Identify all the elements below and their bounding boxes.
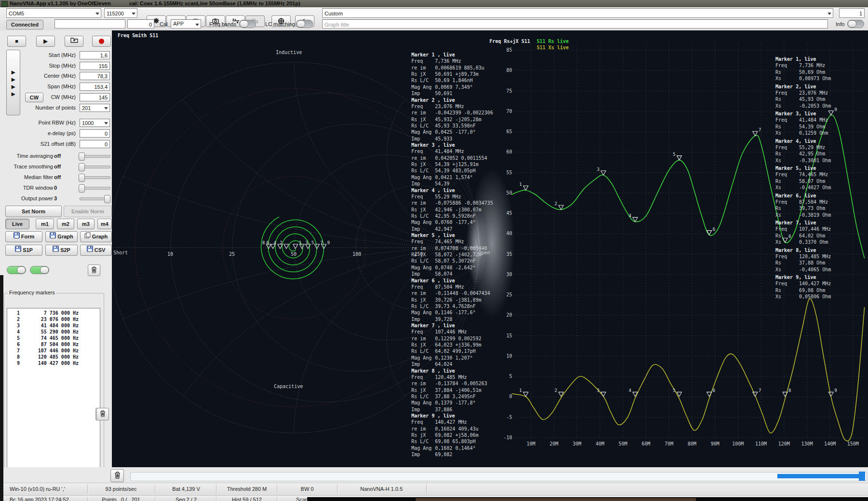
preset-select[interactable]: Custom (322, 8, 833, 18)
svg-text:5: 5 (312, 240, 314, 245)
enable-norm-button[interactable]: Enable Norm (64, 206, 112, 217)
offset-field[interactable]: 0 (127, 19, 154, 28)
frequency-marker-row[interactable]: 223 076 000 Hz (7, 316, 100, 322)
field-point-rbw-hz-[interactable]: 1000 (80, 119, 110, 127)
marker-info-value: 23,076 MHz (435, 103, 464, 110)
frequency-marker-row[interactable]: 8120 485 000 Hz (7, 354, 100, 360)
marker-info-row: Freq7,736 MHz (411, 58, 505, 64)
marker-info-row: Rs L/C64,02 499,17pH (411, 348, 505, 354)
info-toggle[interactable] (847, 20, 864, 28)
marker-info-value: 0,16024 409,43u (435, 426, 478, 432)
marker-info-value: 37,884 -j406,51m (435, 387, 481, 393)
marker-info-row: Imp42,947 (411, 226, 505, 232)
marker-info-block: Marker 8, liveFreq120,485 MHzRs37,88 Ohm… (775, 247, 867, 273)
svg-text:-5: -5 (506, 415, 512, 420)
preset-count-field[interactable]: 1 (839, 8, 865, 18)
panel-clear-button[interactable] (96, 408, 109, 420)
slider-handle-tdr-window[interactable] (79, 184, 85, 193)
marker-info-row: Rs69,08 Ohm (775, 287, 867, 293)
marker-info-row: Rs64,02 Ohm (775, 233, 867, 239)
marker-info-label: Rs (775, 151, 799, 157)
marker-info-row: Mag Ang0,0748 -2,642° (411, 264, 505, 271)
frequency-marker-row[interactable]: 7107 446 000 Hz (7, 348, 100, 354)
frequency-marker-row[interactable]: 341 484 000 Hz (7, 322, 100, 329)
load-button[interactable] (65, 36, 83, 47)
cal-mode-select[interactable]: APP (171, 19, 201, 28)
slider-handle-median-filter[interactable] (79, 174, 85, 182)
scan-progress-handle[interactable] (859, 472, 865, 481)
marker-info-label: Xs (775, 103, 799, 109)
freq-bands-toggle[interactable] (239, 20, 256, 28)
field-s21-offset-db-[interactable]: 0 (80, 140, 110, 148)
svg-text:10M: 10M (527, 441, 535, 446)
marker-info-title: Marker 8 , live (411, 368, 505, 374)
status-separator (277, 485, 278, 493)
marker-info-row: Rs jX64,023 +j336,99m (411, 342, 505, 348)
com-port-select[interactable]: COM5 (6, 8, 101, 18)
run-button[interactable]: ▶ (36, 36, 55, 47)
markers-toggle-1[interactable] (7, 266, 26, 274)
record-button[interactable] (92, 36, 111, 47)
mem-button-live[interactable]: Live (5, 219, 29, 229)
offset-value: 0 (149, 22, 152, 28)
play-icon: ▶ (43, 38, 47, 44)
slider-handle-output-power[interactable] (104, 195, 110, 203)
title-bar[interactable]: NanoVNA-App v1.1.205 by OneOfEleven cal:… (0, 0, 868, 7)
export-s2p-button[interactable]: S2P (45, 245, 78, 256)
address-field[interactable] (54, 19, 125, 28)
save-form-button[interactable]: Form (5, 231, 42, 242)
field-span-mhz-[interactable]: 153,4 (80, 83, 110, 91)
scan-progress-fill (777, 474, 860, 478)
marker-info-row: Rs L/C42,95 9,5928nF (411, 213, 505, 219)
cw-button[interactable]: CW (25, 93, 43, 102)
field-stop-mhz-[interactable]: 155 (80, 62, 110, 70)
connected-label: Connected (11, 22, 39, 28)
mem-button-m2[interactable]: m2 (57, 219, 74, 229)
status-separator (216, 497, 217, 501)
frequency-marker-row[interactable]: 17 736 000 Hz (7, 310, 100, 316)
marker-info-label: Mag Ang (411, 264, 435, 271)
marker-info-value: 58,074 (435, 271, 452, 277)
mem-button-m4[interactable]: m4 (97, 219, 112, 229)
set-norm-button[interactable]: Set Norm (5, 206, 62, 217)
enable-norm-label: Enable Norm (71, 209, 104, 214)
marker-info-value: 42,95 Ohm (799, 151, 825, 157)
marker-info-value: 120,485 MHz (435, 374, 467, 380)
field-center-mhz-[interactable]: 78,3 (80, 72, 110, 80)
svg-text:8: 8 (788, 388, 791, 393)
frequency-marker-row[interactable]: 687 504 000 Hz (7, 341, 100, 348)
marker-info-label: Freq (775, 117, 799, 123)
frequency-marker-row[interactable]: 455 290 000 Hz (7, 329, 100, 335)
mem-button-m3[interactable]: m3 (77, 219, 95, 229)
mem-button-m1[interactable]: m1 (36, 219, 54, 229)
export-s1p-button[interactable]: S1P (5, 245, 42, 256)
field-start-mhz-[interactable]: 1,6 (80, 51, 110, 59)
svg-text:7: 7 (759, 388, 761, 393)
svg-text:85: 85 (506, 47, 512, 53)
frequency-marker-row[interactable]: 9140 427 000 Hz (7, 360, 100, 366)
slider-handle-time-averaging[interactable] (79, 153, 85, 161)
connected-button[interactable]: Connected (6, 20, 43, 29)
save-graph-button[interactable]: Graph (80, 231, 112, 242)
markers-toggle-2[interactable] (30, 266, 49, 274)
clear-history-button[interactable] (110, 469, 124, 482)
field-number-of-points[interactable]: 201 (80, 104, 110, 112)
field-e-delay-ps-[interactable]: 0 (80, 129, 110, 138)
delete-markers-button[interactable] (88, 264, 100, 276)
marker-index: 3 (11, 322, 20, 329)
marker-info-block: Marker 3 , liveFreq41,484 MHzre im0,0420… (411, 142, 505, 187)
marker-info-block: Marker 1 , liveFreq7,736 MHzre im0,00686… (411, 52, 505, 97)
baud-rate-select[interactable]: 115200 (104, 8, 137, 18)
stop-button[interactable]: ■ (7, 36, 26, 47)
frequency-marker-row[interactable]: 574 465 000 Hz (7, 335, 100, 341)
marker-info-value: 39,726 -j381,89m (435, 297, 481, 303)
export-csv-button[interactable]: CSV (80, 245, 112, 256)
slider-handle-trace-smoothing[interactable] (79, 163, 85, 171)
marker-info-label: Freq (775, 62, 799, 69)
field-cw-mhz-[interactable]: 145 (80, 93, 110, 101)
lc-matching-toggle[interactable] (296, 20, 313, 28)
graph-title-input[interactable]: Graph title (322, 19, 828, 28)
marker-info-block: Marker 9, liveFreq140,427 MHzRs69,08 Ohm… (775, 274, 867, 300)
save-graph-button[interactable]: Graph (45, 231, 78, 242)
marker-frequency: 107 446 000 Hz (22, 348, 79, 354)
